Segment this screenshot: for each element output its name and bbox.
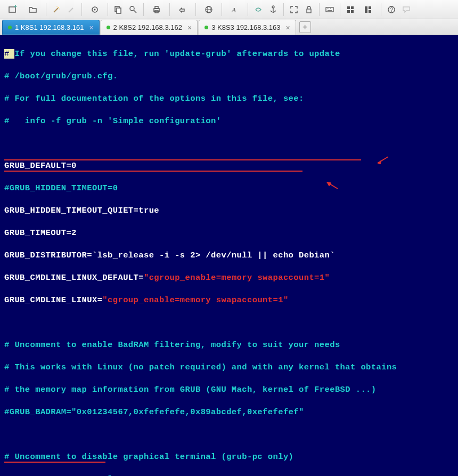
svg-point-21 xyxy=(272,6,274,8)
globe-icon[interactable] xyxy=(199,3,218,17)
svg-line-13 xyxy=(134,10,136,13)
svg-rect-33 xyxy=(351,10,354,13)
svg-line-7 xyxy=(69,8,73,12)
tab-k8s1[interactable]: 1 K8S1 192.168.3.161 × xyxy=(2,20,100,35)
reconnect-icon[interactable] xyxy=(64,3,78,17)
chat-icon[interactable] xyxy=(399,3,413,17)
copy-icon[interactable] xyxy=(111,3,125,17)
tab-label: 1 K8S1 192.168.3.161 xyxy=(15,23,84,31)
svg-point-5 xyxy=(56,6,57,6)
close-icon[interactable]: × xyxy=(286,23,290,32)
separator xyxy=(108,3,108,16)
svg-point-9 xyxy=(94,9,96,10)
grid-icon[interactable] xyxy=(344,3,357,17)
svg-line-3 xyxy=(54,8,58,12)
search-icon[interactable] xyxy=(126,3,140,17)
svg-rect-11 xyxy=(117,8,121,13)
term-line: GRUB_CMDLINE_LINUX_DEFAULT="cgroup_enabl… xyxy=(4,272,454,284)
term-line: GRUB_DEFAULT=0 xyxy=(4,160,454,172)
close-icon[interactable]: × xyxy=(89,23,93,32)
term-line: #GRUB_BADRAM="0x01234567,0xfefefefe,0x89… xyxy=(4,407,454,418)
separator xyxy=(195,3,196,16)
cursor: # xyxy=(4,49,14,59)
term-line xyxy=(4,138,454,149)
terminal[interactable]: # If you change this file, run 'update-g… xyxy=(0,35,458,476)
svg-rect-24 xyxy=(326,7,333,12)
svg-rect-35 xyxy=(369,6,371,9)
separator xyxy=(283,3,284,16)
separator xyxy=(81,3,82,16)
status-dot-icon xyxy=(107,26,110,29)
separator xyxy=(143,3,144,16)
term-line: #GRUB_HIDDEN_TIMEOUT=0 xyxy=(4,183,454,194)
svg-rect-34 xyxy=(365,6,367,13)
term-line: # This works with Linux (no patch requir… xyxy=(4,362,454,373)
keyboard-icon[interactable] xyxy=(323,3,337,17)
term-line xyxy=(4,429,454,440)
svg-rect-0 xyxy=(9,7,15,12)
status-dot-icon xyxy=(8,26,12,29)
term-line: # info -f grub -n 'Simple configuration' xyxy=(4,116,454,127)
folder-icon[interactable] xyxy=(23,3,43,17)
swirl-icon[interactable] xyxy=(251,3,265,17)
font-icon[interactable]: A xyxy=(225,3,244,17)
separator xyxy=(381,3,381,16)
close-icon[interactable]: × xyxy=(187,23,192,32)
svg-rect-31 xyxy=(351,6,354,9)
print-icon[interactable] xyxy=(147,3,166,17)
fullscreen-icon[interactable] xyxy=(287,3,301,17)
toolbar: A ? xyxy=(0,0,458,19)
wand-icon[interactable] xyxy=(50,3,63,17)
settings-icon[interactable] xyxy=(85,3,104,17)
lock-icon[interactable] xyxy=(302,3,316,17)
term-line: GRUB_CMDLINE_LINUX="cgroup_enable=memory… xyxy=(4,295,454,306)
svg-rect-30 xyxy=(347,6,350,9)
svg-point-12 xyxy=(130,6,134,11)
term-line: GRUB_HIDDEN_TIMEOUT_QUIET=true xyxy=(4,205,454,216)
svg-text:?: ? xyxy=(390,7,394,13)
svg-text:A: A xyxy=(231,6,236,14)
add-tab-button[interactable]: + xyxy=(299,21,311,33)
svg-rect-15 xyxy=(155,6,158,9)
term-line: GRUB_TIMEOUT=2 xyxy=(4,228,454,239)
term-line: # Uncomment to enable BadRAM filtering, … xyxy=(4,340,454,351)
tab-label: 2 K8S2 192.168.3.162 xyxy=(113,23,182,31)
separator xyxy=(46,3,46,16)
separator xyxy=(340,3,340,16)
term-line: # For full documentation of the options … xyxy=(4,93,454,104)
layout-icon[interactable] xyxy=(358,3,378,17)
tab-k8s3[interactable]: 3 K8S3 192.168.3.163 × xyxy=(199,20,296,35)
tab-k8s2[interactable]: 2 K8S2 192.168.3.162 × xyxy=(101,20,198,35)
tab-bar: 1 K8S1 192.168.3.161 × 2 K8S2 192.168.3.… xyxy=(0,19,458,35)
term-line xyxy=(4,317,454,328)
term-line: # If you change this file, run 'update-g… xyxy=(4,49,454,60)
svg-rect-23 xyxy=(307,9,311,13)
anchor-icon[interactable] xyxy=(266,3,280,17)
status-dot-icon xyxy=(205,26,208,29)
term-line: # /boot/grub/grub.cfg. xyxy=(4,71,454,82)
svg-rect-36 xyxy=(369,10,371,13)
term-line: # Uncomment to disable graphical termina… xyxy=(4,451,454,463)
svg-rect-32 xyxy=(347,10,350,13)
separator xyxy=(222,3,222,16)
new-session-icon[interactable] xyxy=(3,3,22,17)
svg-point-4 xyxy=(58,7,59,8)
separator xyxy=(169,3,170,16)
separator xyxy=(319,3,320,16)
transfer-icon[interactable] xyxy=(173,3,192,17)
term-line: # the memory map information from GRUB (… xyxy=(4,384,454,396)
separator xyxy=(248,3,248,16)
help-icon[interactable]: ? xyxy=(385,3,398,17)
tab-label: 3 K8S3 192.168.3.163 xyxy=(211,23,280,31)
svg-point-6 xyxy=(59,9,60,9)
term-line: #GRUB_TERMINAL=console xyxy=(4,474,454,476)
term-line: GRUB_DISTRIBUTOR=`lsb_release -i -s 2> /… xyxy=(4,250,454,261)
